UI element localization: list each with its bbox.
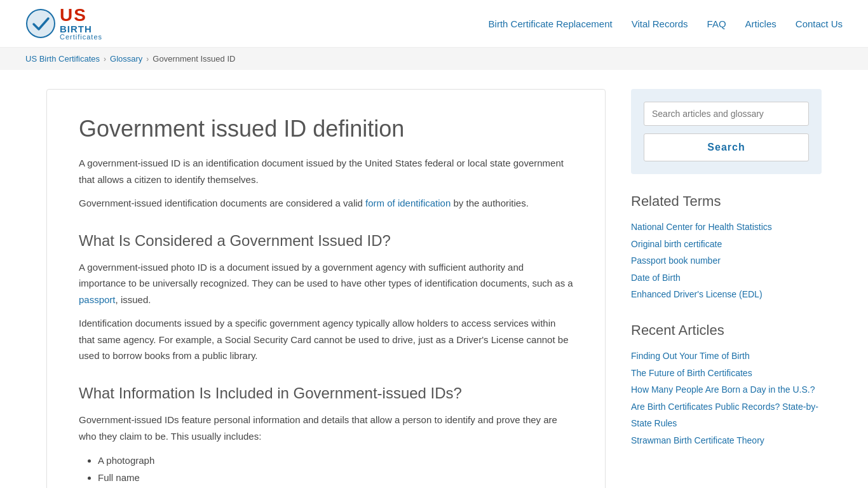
section2-title: What Information Is Included in Governme… — [79, 383, 573, 403]
main-container: Government issued ID definition A govern… — [21, 89, 847, 488]
list-item: A photograph — [98, 452, 573, 469]
intro-paragraph-2: Government-issued identification documen… — [79, 195, 573, 212]
related-terms-section: Related Terms National Center for Health… — [631, 193, 822, 303]
breadcrumb: US Birth Certificates › Glossary › Gover… — [0, 48, 868, 70]
breadcrumb-glossary[interactable]: Glossary — [110, 54, 142, 64]
search-input[interactable] — [644, 102, 809, 126]
nav-contact[interactable]: Contact Us — [796, 18, 843, 29]
main-nav: Birth Certificate Replacement Vital Reco… — [489, 18, 843, 29]
logo-link[interactable]: US BIRTH Certificates — [25, 6, 102, 41]
logo-certificates: Certificates — [60, 34, 102, 41]
breadcrumb-home[interactable]: US Birth Certificates — [25, 54, 100, 64]
intro-p2-before: Government-issued identification documen… — [79, 198, 365, 208]
section1-paragraph-2: Identification documents issued by a spe… — [79, 315, 573, 364]
section2-paragraph-1: Government-issued IDs feature personal i… — [79, 412, 573, 444]
section1-p1-after: , issued. — [116, 294, 151, 305]
recent-article-link[interactable]: How Many People Are Born a Day in the U.… — [631, 381, 822, 398]
breadcrumb-sep-2: › — [146, 55, 149, 64]
sidebar: Search Related Terms National Center for… — [631, 89, 822, 488]
search-button[interactable]: Search — [644, 133, 809, 161]
recent-article-link[interactable]: Finding Out Your Time of Birth — [631, 348, 822, 365]
section1-p1-before: A government-issued photo ID is a docume… — [79, 262, 573, 289]
recent-article-link[interactable]: The Future of Birth Certificates — [631, 365, 822, 382]
content-area: Government issued ID definition A govern… — [46, 89, 606, 488]
nav-birth-cert[interactable]: Birth Certificate Replacement — [489, 18, 613, 29]
search-box: Search — [631, 89, 822, 174]
related-term-link[interactable]: Passport book number — [631, 252, 822, 269]
logo-birth: BIRTH — [60, 24, 102, 34]
logo-text: US BIRTH Certificates — [60, 6, 102, 41]
page-title: Government issued ID definition — [79, 115, 573, 142]
related-term-link[interactable]: Date of Birth — [631, 269, 822, 287]
site-header: US BIRTH Certificates Birth Certificate … — [0, 0, 868, 48]
related-term-link[interactable]: National Center for Health Statistics — [631, 219, 822, 236]
section1-title: What Is Considered a Government Issued I… — [79, 231, 573, 250]
logo-us: US — [60, 6, 102, 24]
related-term-link[interactable]: Original birth certificate — [631, 236, 822, 253]
related-terms-links: National Center for Health StatisticsOri… — [631, 219, 822, 303]
related-term-link[interactable]: Enhanced Driver's License (EDL) — [631, 286, 822, 303]
breadcrumb-sep-1: › — [104, 55, 106, 64]
related-terms-title: Related Terms — [631, 193, 822, 210]
intro-paragraph-1: A government-issued ID is an identificat… — [79, 155, 573, 187]
form-of-identification-link[interactable]: form of identification — [365, 198, 451, 208]
nav-articles[interactable]: Articles — [745, 18, 776, 29]
recent-article-link[interactable]: Are Birth Certificates Public Records? S… — [631, 398, 822, 432]
recent-articles-links: Finding Out Your Time of BirthThe Future… — [631, 348, 822, 449]
breadcrumb-current: Government Issued ID — [153, 54, 235, 64]
nav-faq[interactable]: FAQ — [707, 18, 726, 29]
nav-vital-records[interactable]: Vital Records — [632, 18, 688, 29]
recent-article-link[interactable]: Strawman Birth Certificate Theory — [631, 432, 822, 449]
logo-icon — [25, 8, 56, 39]
recent-articles-title: Recent Articles — [631, 322, 822, 339]
section1-paragraph-1: A government-issued photo ID is a docume… — [79, 259, 573, 308]
list-item: Full name — [98, 469, 573, 486]
intro-p2-after: by the authorities. — [451, 198, 529, 208]
recent-articles-section: Recent Articles Finding Out Your Time of… — [631, 322, 822, 449]
section2-list: A photographFull name — [98, 452, 573, 486]
passport-link[interactable]: passport — [79, 294, 116, 305]
